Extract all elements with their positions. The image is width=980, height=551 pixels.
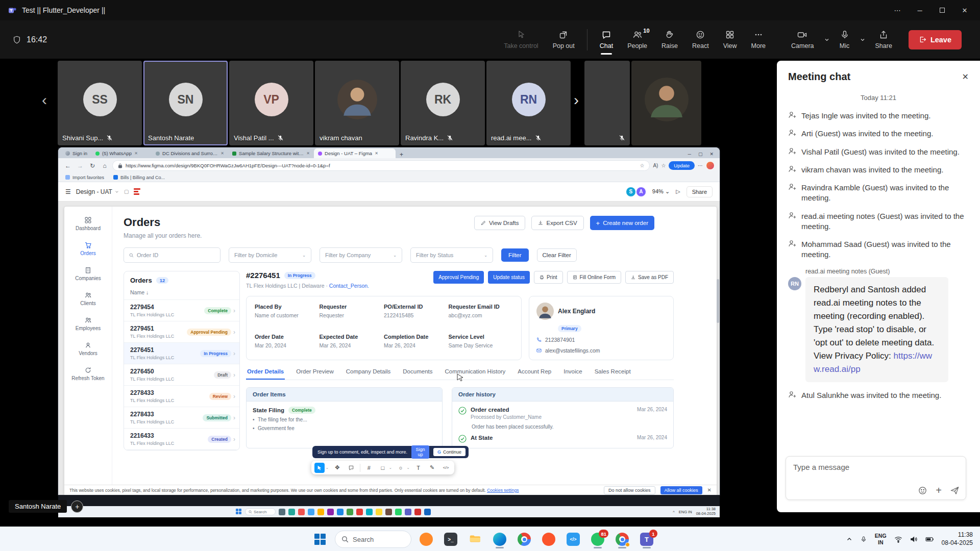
app-icon[interactable] [414,509,421,515]
shape-tool[interactable]: □ [378,463,388,473]
connector-tool[interactable]: ○ [396,463,406,473]
figma-canvas[interactable]: Dashboard Orders Companies Clients [58,202,720,495]
browser-minimize-button[interactable]: ─ [688,152,691,157]
file-explorer-icon[interactable] [465,530,485,549]
present-icon[interactable]: ▷ [676,188,680,195]
view-drafts-button[interactable]: View Drafts [474,216,526,230]
sidebar-item-employees[interactable]: Employees [76,317,101,331]
shared-start-button[interactable] [236,509,242,515]
app-icon[interactable] [356,509,363,515]
app-icon[interactable] [347,509,353,515]
wifi-icon[interactable] [894,536,902,543]
sidebar-item-orders[interactable]: Orders [80,242,96,256]
firefox-icon[interactable] [416,530,436,549]
app-icon[interactable] [424,509,431,515]
participant-tile-readai[interactable]: RN read.ai mee... [486,61,571,145]
send-icon[interactable] [950,486,960,495]
contact-person-link[interactable]: Contact_Person. [329,283,369,289]
print-button[interactable]: Print [534,271,563,284]
pinned-profile-tab[interactable]: Sign in [61,148,91,158]
tab-order-preview[interactable]: Order Preview [295,368,335,380]
view-button[interactable]: View [717,25,743,55]
contact-email[interactable]: alex@vstatefilings.com [536,347,666,354]
favorite-bills[interactable]: Bills | Billing and Co... [113,175,165,180]
order-list-item[interactable]: 2276450TL Flex Holdings LLC Draft › [124,364,239,386]
taskbar-search[interactable]: Search [335,531,411,548]
address-bar[interactable]: https://www.figma.com/design/9BKQ0FOHRWa… [112,160,650,171]
participant-tile-shivani[interactable]: SS Shivani Sup... [58,61,142,145]
sidebar-item-dashboard[interactable]: Dashboard [76,217,101,231]
favorite-import[interactable]: Import favorites [65,175,104,180]
refresh-button[interactable]: ↻ [88,162,97,169]
collaborator-avatar[interactable]: S [626,187,636,197]
maximize-button[interactable] [931,0,953,20]
raise-hand-button[interactable]: Raise [655,25,684,55]
tab-order-details[interactable]: Order Details [246,368,285,380]
brave-icon[interactable] [539,530,558,549]
google-continue-button[interactable]: GContinue [433,448,465,456]
code-tool[interactable]: </> [441,463,451,473]
app-icon[interactable] [298,509,305,515]
browser-profile-avatar[interactable] [706,161,715,170]
tab-invoice[interactable]: Invoice [562,368,583,380]
taskbar-clock[interactable]: 11:38 08-04-2025 [942,531,973,547]
comment-tool[interactable] [346,463,356,473]
zoom-select[interactable]: 94% ⌄ [652,188,670,195]
leave-button[interactable]: Leave [909,30,962,49]
text-tool[interactable]: T [413,463,424,473]
cookie-settings-link[interactable]: Cookies settings [487,488,519,493]
shared-language-indicator[interactable]: ENG IN [679,510,692,514]
hand-tool[interactable]: ✥ [332,463,342,473]
close-tab-icon[interactable]: ✕ [375,151,378,156]
take-control-button[interactable]: Take control [498,25,544,55]
order-list-item[interactable]: 2278433TL Flex Holdings LLC Review › [124,386,239,407]
participant-tile-partial[interactable] [584,61,630,145]
participant-tile-photo[interactable] [631,61,701,145]
more-button[interactable]: More [745,25,772,55]
participant-tile-vishal[interactable]: VP Vishal Patil ... [229,61,313,145]
chrome-icon[interactable] [514,530,534,549]
react-button[interactable]: React [686,25,715,55]
home-button[interactable]: ⌂ [100,162,109,169]
start-button[interactable] [310,530,330,549]
app-icon[interactable] [308,509,314,515]
scroll-participants-left-button[interactable]: ‹ [42,91,47,109]
whatsapp-icon[interactable]: 81 [588,530,607,549]
deny-cookies-button[interactable]: Do not allow cookies [604,486,655,494]
close-button[interactable]: ✕ [953,0,976,20]
read-aloud-icon[interactable]: A) [653,163,658,168]
figma-menu-icon[interactable]: ☰ [65,188,71,195]
people-button[interactable]: 10 People [621,25,653,55]
filter-button[interactable]: Filter [501,248,529,262]
scroll-participants-right-button[interactable]: › [574,91,579,109]
filter-status-select[interactable]: Filter by Status⌄ [410,247,493,263]
participant-tile-vikram[interactable]: vikram chavan [315,61,399,145]
order-list-item[interactable]: 2279451TL Flex Holdings LLC Approval Pen… [124,321,239,343]
tab-company-details[interactable]: Company Details [345,368,392,380]
vscode-icon[interactable]: </> [564,530,583,549]
order-list-item[interactable]: 2278433TL Flex Holdings LLC Submitted › [124,407,239,429]
create-new-order-button[interactable]: +Create new order [590,216,654,230]
volume-icon[interactable] [910,536,918,543]
collaborator-avatar[interactable]: A [636,187,646,197]
emoji-icon[interactable] [918,486,927,495]
app-icon[interactable] [288,509,295,515]
sidebar-item-refresh-token[interactable]: Refresh Token [71,367,104,381]
export-csv-button[interactable]: Export CSV [531,216,583,230]
camera-options-chevron[interactable] [823,35,830,44]
order-list-item[interactable]: 2279454TL Flex Holdings LLC Complete › [124,300,239,321]
edge-icon[interactable] [490,530,509,549]
terminal-icon[interactable]: >_ [441,530,460,549]
back-button[interactable]: ← [63,162,72,169]
tab-sales-receipt[interactable]: Sales Receipt [594,368,632,380]
app-icon[interactable] [327,509,334,515]
filter-domicile-select[interactable]: Filter by Domicile⌄ [229,247,311,263]
participant-tile-santosh[interactable]: SN Santosh Narate [143,61,228,145]
tab-communication-history[interactable]: Communication History [444,368,506,380]
approval-pending-button[interactable]: Approval Pending [433,271,484,284]
chat-message-input[interactable]: Type a message + [786,456,966,500]
app-icon[interactable] [317,509,324,515]
shared-search-box[interactable]: Search [245,508,276,515]
browser-maximize-button[interactable]: ▢ [698,152,703,157]
teams-icon[interactable]: T 1 [637,530,656,549]
